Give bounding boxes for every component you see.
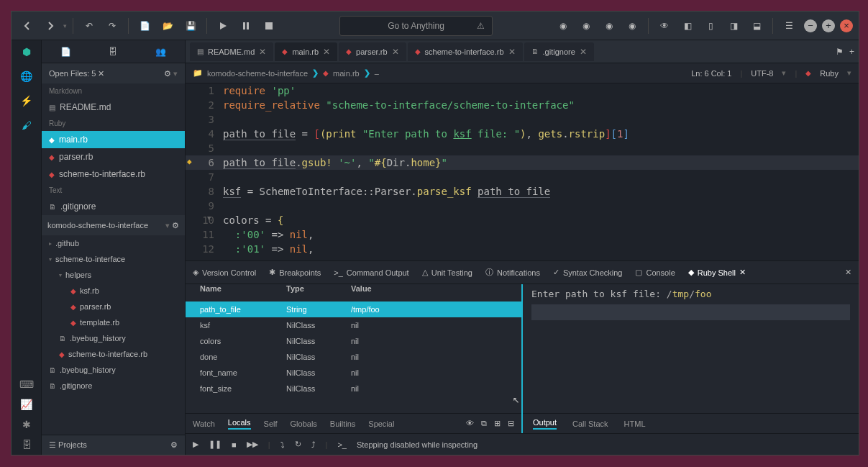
vars-footer-tab[interactable]: Globals xyxy=(291,420,317,428)
go-to-anything-search[interactable]: Go to Anything ⚠ xyxy=(339,16,493,36)
editor-tab[interactable]: ◆ scheme-to-interface.rb ✕ xyxy=(408,42,523,61)
debug-stepout-icon[interactable]: ⤴ xyxy=(311,440,316,449)
close-openfiles-icon[interactable]: ✕ xyxy=(98,69,104,78)
debug-pause-icon[interactable]: ❚❚ xyxy=(209,440,221,449)
close-tab-icon[interactable]: ✕ xyxy=(508,47,516,57)
file-item[interactable]: 🗎.gitignore xyxy=(42,198,185,215)
code-line[interactable]: 3 xyxy=(186,112,859,127)
panel-tab[interactable]: ✱ Breakpoints xyxy=(269,265,321,280)
undo-button[interactable]: ↶ xyxy=(79,16,99,36)
shell-output[interactable]: Enter path to ksf file: /tmp/foo ↖ xyxy=(523,284,859,413)
play-button[interactable] xyxy=(213,16,233,36)
panel-tab[interactable]: ◈ Version Control xyxy=(193,265,256,280)
sidebar-tab-people-icon[interactable]: 👥 xyxy=(155,47,166,57)
panel-tab[interactable]: ▢ Console xyxy=(635,265,675,280)
rail-globe-icon[interactable]: 🌐 xyxy=(20,71,32,82)
code-line[interactable]: 4path to file = [(print "Enter path to k… xyxy=(186,127,859,141)
tree-item[interactable]: ▸ .github xyxy=(42,235,185,251)
file-item[interactable]: ◆main.rb xyxy=(42,131,185,148)
file-item[interactable]: ◆scheme-to-interface.rb xyxy=(42,166,185,183)
pause-button[interactable] xyxy=(236,16,256,36)
vars-footer-tab[interactable]: Special xyxy=(368,420,394,428)
panel-tab[interactable]: ⓘ Notifications xyxy=(485,264,540,281)
code-line[interactable]: 5 xyxy=(186,141,859,155)
tree-item[interactable]: ◆ scheme-to-interface.rb xyxy=(42,346,185,362)
close-tab-icon[interactable]: ✕ xyxy=(392,47,399,57)
debug-fastforward-icon[interactable]: ▶▶ xyxy=(247,440,258,449)
pane1-icon[interactable]: ◧ xyxy=(677,16,698,36)
rail-terminal-icon[interactable]: ⌨ xyxy=(19,378,34,390)
panel-tab[interactable]: >_ Command Output xyxy=(334,266,408,280)
rail-paint-icon[interactable]: 🖌 xyxy=(22,119,32,131)
back-button[interactable] xyxy=(17,16,37,36)
editor-tab[interactable]: 🗎 .gitignore ✕ xyxy=(524,42,594,61)
tree-item[interactable]: ▾ helpers xyxy=(42,267,185,283)
editor-tab[interactable]: ▤ README.md ✕ xyxy=(190,42,273,61)
rail-star-icon[interactable]: ✱ xyxy=(22,419,31,430)
code-line[interactable]: ◆6path to file.gsub! '~', "#{Dir.home}" xyxy=(186,155,859,170)
file-item[interactable]: ◆parser.rb xyxy=(42,148,185,166)
editor-tab[interactable]: ◆ parser.rb ✕ xyxy=(339,42,406,61)
file-item[interactable]: ▤README.md xyxy=(42,99,185,116)
shell-footer-tab[interactable]: Call Stack xyxy=(572,420,608,428)
rail-komodo-icon[interactable]: ⬢ xyxy=(22,46,31,58)
save-button[interactable]: 💾 xyxy=(181,16,201,36)
variable-row[interactable]: doneNilClassnil xyxy=(186,349,521,365)
code-editor[interactable]: 1require 'pp'2require_relative "scheme-t… xyxy=(186,83,859,260)
code-line[interactable]: ▼10colors = { xyxy=(186,213,859,227)
record-icon[interactable]: ◉ xyxy=(553,16,573,36)
vars-footer-tab[interactable]: Self xyxy=(264,420,278,428)
tree-item[interactable]: ◆ parser.rb xyxy=(42,299,185,314)
close-panel-icon[interactable]: ✕ xyxy=(845,268,851,277)
code-line[interactable]: 7 xyxy=(186,170,859,184)
stop-button[interactable] xyxy=(259,16,279,36)
flag-icon[interactable]: ⚑ xyxy=(836,47,844,57)
forward-button[interactable] xyxy=(40,16,60,36)
record4-icon[interactable]: ◉ xyxy=(622,16,642,36)
code-line[interactable]: 12 :'01' => nil, xyxy=(186,242,859,256)
menu-icon[interactable]: ☰ xyxy=(779,16,799,36)
tree-item[interactable]: ◆ ksf.rb xyxy=(42,283,185,299)
add-tab-icon[interactable]: + xyxy=(849,47,854,57)
panel-tab[interactable]: ◆ Ruby Shell ✕ xyxy=(688,265,746,280)
sidebar-tab-files-icon[interactable]: 📄 xyxy=(60,47,71,57)
minimize-button[interactable]: − xyxy=(804,19,817,32)
vars-footer-tab[interactable]: Locals xyxy=(228,418,251,430)
minus-icon[interactable]: ⊟ xyxy=(508,419,514,428)
editor-tab[interactable]: ◆ main.rb ✕ xyxy=(275,42,337,61)
close-tab-icon[interactable]: ✕ xyxy=(580,47,587,57)
gear-icon[interactable]: ⚙ xyxy=(170,440,178,450)
variable-row[interactable]: colorsNilClassnil xyxy=(186,333,521,349)
tree-item[interactable]: 🗎 .byebug_history xyxy=(42,362,185,378)
shell-footer-tab[interactable]: HTML xyxy=(624,420,646,428)
language-selector[interactable]: Ruby xyxy=(820,69,839,78)
close-tab-icon[interactable]: ✕ xyxy=(259,47,266,57)
code-line[interactable]: 1require 'pp' xyxy=(186,83,859,98)
debug-stepover-icon[interactable]: ↻ xyxy=(295,440,301,449)
gear-icon[interactable]: ⚙ xyxy=(172,221,179,230)
encoding-selector[interactable]: UTF-8 xyxy=(751,69,773,78)
shell-footer-tab[interactable]: Output xyxy=(533,418,557,430)
tree-item[interactable]: ◆ template.rb xyxy=(42,314,185,330)
plus-icon[interactable]: ⊞ xyxy=(494,419,501,428)
panel-tab[interactable]: △ Unit Testing xyxy=(422,265,472,280)
eye-icon[interactable]: 👁 xyxy=(466,419,474,428)
pane4-icon[interactable]: ⬓ xyxy=(746,16,767,36)
rail-chart-icon[interactable]: 📈 xyxy=(20,399,32,410)
tree-item[interactable]: 🗎 .byebug_history xyxy=(42,330,185,346)
debug-play-icon[interactable]: ▶ xyxy=(193,440,198,449)
tree-item[interactable]: 🗎 .gitignore xyxy=(42,378,185,394)
redo-button[interactable]: ↷ xyxy=(102,16,122,36)
code-line[interactable]: 11 :'00' => nil, xyxy=(186,227,859,242)
copy-icon[interactable]: ⧉ xyxy=(481,419,487,428)
gear-icon[interactable]: ⚙ xyxy=(164,69,171,78)
code-line[interactable]: 2require_relative "scheme-to-interface/s… xyxy=(186,98,859,112)
code-line[interactable]: 8ksf = SchemeToInterface::Parser.parse_k… xyxy=(186,184,859,199)
rail-bolt-icon[interactable]: ⚡ xyxy=(20,95,32,106)
record2-icon[interactable]: ◉ xyxy=(576,16,596,36)
rail-db-icon[interactable]: 🗄 xyxy=(22,439,32,450)
sidebar-tab-db-icon[interactable]: 🗄 xyxy=(109,47,117,57)
debug-stop-icon[interactable]: ■ xyxy=(232,440,237,449)
debug-prompt-icon[interactable]: >_ xyxy=(337,440,347,449)
close-window-button[interactable]: × xyxy=(840,19,853,32)
